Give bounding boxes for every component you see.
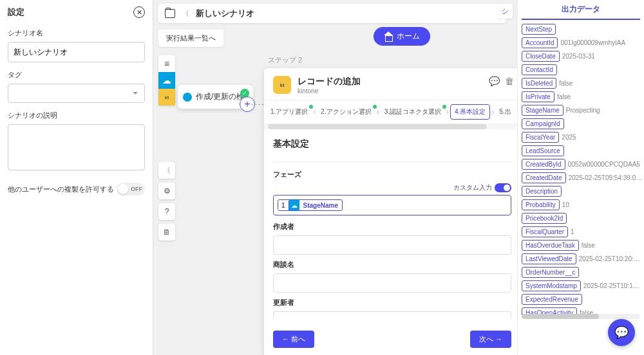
output-data-panel: 出力データ NextStepAccountId001Ig000009wmhyIA… bbox=[517, 0, 644, 355]
output-value: Prospecting bbox=[566, 107, 643, 114]
output-value: 2025-02-25T10:20:07.000+0 bbox=[579, 255, 643, 262]
output-row[interactable]: IsDeletedfalse bbox=[522, 77, 643, 90]
creator-input[interactable] bbox=[273, 235, 511, 255]
output-row[interactable]: FiscalQuarter1 bbox=[522, 225, 643, 239]
output-key: CreatedDate bbox=[522, 172, 566, 183]
tag-select[interactable] bbox=[8, 84, 145, 103]
output-value: 10 bbox=[562, 201, 643, 208]
output-row[interactable]: Description bbox=[522, 185, 643, 198]
output-row[interactable]: ContactId bbox=[522, 63, 643, 77]
output-value: 2025-02-25T10:16:34.000 bbox=[583, 282, 643, 289]
output-row[interactable]: Pricebook2Id bbox=[522, 212, 643, 225]
output-row[interactable]: ExpectedRevenue bbox=[522, 293, 643, 306]
tab-action-select[interactable]: 2.アクション選択 bbox=[317, 105, 375, 119]
doc-icon[interactable]: 🗎 bbox=[158, 224, 175, 241]
output-row[interactable]: CloseDate2025-03-31 bbox=[522, 50, 643, 63]
output-row[interactable]: CreatedDate2025-02-25T09:54:39.000+0000 bbox=[522, 171, 643, 185]
phase-input[interactable]: 1 ☁ StageName bbox=[273, 195, 511, 215]
section-title: 基本設定 bbox=[273, 138, 511, 150]
card-subtitle: kintone bbox=[298, 87, 361, 95]
output-key: FiscalYear bbox=[522, 132, 559, 143]
salesforce-pill-icon: ☁ bbox=[289, 200, 299, 210]
salesforce-badge-icon bbox=[183, 93, 192, 102]
output-row[interactable]: StageNameProspecting bbox=[522, 104, 643, 117]
salesforce-icon[interactable]: ☁ bbox=[158, 72, 175, 89]
results-link[interactable]: 実行結果一覧へ bbox=[158, 30, 223, 47]
output-key: Pricebook2Id bbox=[522, 213, 567, 224]
output-row[interactable]: LastViewedDate2025-02-25T10:20:07.000+0 bbox=[522, 252, 643, 266]
next-button[interactable]: 次へ → bbox=[470, 331, 511, 348]
output-key: HasOverdueTask bbox=[522, 240, 579, 251]
output-key: CloseDate bbox=[522, 51, 560, 62]
tool-rail: 〈 ⚙ ? 🗎 bbox=[158, 162, 175, 241]
truncated-button[interactable]: シ bbox=[498, 4, 513, 19]
output-value: 2025 bbox=[562, 134, 643, 141]
scenario-title: 新しいシナリオ bbox=[196, 8, 254, 19]
output-row[interactable]: HasOverdueTaskfalse bbox=[522, 239, 643, 252]
output-row[interactable]: LeadSource bbox=[522, 144, 643, 158]
output-data-list[interactable]: NextStepAccountId001Ig000009wmhyIAAClose… bbox=[518, 20, 644, 348]
output-row[interactable]: CampaignId bbox=[522, 117, 643, 131]
home-icon bbox=[384, 33, 393, 41]
output-row[interactable]: NextStep bbox=[522, 23, 643, 36]
output-row[interactable]: SystemModstamp2025-02-25T10:16:34.000 bbox=[522, 279, 643, 293]
output-key: IsDeleted bbox=[522, 78, 556, 89]
output-key: CampaignId bbox=[522, 118, 564, 129]
chat-fab-button[interactable]: 💬 bbox=[608, 319, 635, 346]
output-value: 1 bbox=[571, 228, 643, 235]
output-row[interactable]: OrderNumber__c bbox=[522, 266, 643, 279]
output-key: ContactId bbox=[522, 64, 557, 75]
horizontal-scrollbar[interactable] bbox=[264, 124, 520, 129]
updater-input[interactable] bbox=[273, 311, 511, 319]
output-row[interactable]: FiscalYear2025 bbox=[522, 131, 643, 144]
chat-bubble-icon: 💬 bbox=[614, 325, 629, 340]
creator-label: 作成者 bbox=[273, 222, 511, 232]
prev-button[interactable]: ← 前へ bbox=[273, 331, 314, 348]
custom-input-toggle[interactable] bbox=[495, 183, 511, 192]
kintone-badge-icon: kt bbox=[273, 76, 291, 94]
output-value: 0052w00000CPCQDAA5 bbox=[568, 161, 643, 168]
output-row[interactable]: IsPrivatefalse bbox=[522, 90, 643, 104]
tab-app-select[interactable]: 1.アプリ選択 bbox=[267, 105, 312, 119]
description-textarea[interactable] bbox=[8, 124, 145, 170]
output-key: CreatedById bbox=[522, 159, 565, 170]
output-row[interactable]: AccountId001Ig000009wmhyIAA bbox=[522, 36, 643, 50]
output-key: SystemModstamp bbox=[522, 280, 581, 291]
updater-label: 更新者 bbox=[273, 298, 511, 307]
chat-icon[interactable]: 💬 bbox=[489, 76, 500, 86]
stagename-pill[interactable]: 1 ☁ StageName bbox=[278, 199, 343, 211]
scenario-name-input[interactable] bbox=[8, 42, 145, 62]
output-value: false bbox=[559, 80, 643, 87]
help-icon[interactable]: ? bbox=[158, 203, 175, 220]
folder-icon[interactable] bbox=[165, 9, 175, 18]
kintone-icon[interactable]: kt bbox=[158, 89, 175, 105]
right-scrollbar[interactable] bbox=[522, 314, 640, 319]
scenario-name-label: シナリオ名 bbox=[8, 28, 145, 38]
chevron-left-icon[interactable]: 〈 bbox=[158, 162, 175, 179]
output-key: Probability bbox=[522, 199, 560, 210]
tab-output[interactable]: 5.出 bbox=[495, 105, 515, 119]
output-key: ExpectedRevenue bbox=[522, 294, 582, 305]
output-key: LeadSource bbox=[522, 145, 564, 156]
dealname-input[interactable] bbox=[273, 273, 511, 293]
settings-title: 設定 bbox=[8, 6, 24, 18]
tab-basic-settings[interactable]: 4.基本設定 bbox=[450, 104, 490, 120]
custom-input-label: カスタム入力 bbox=[453, 183, 492, 192]
output-row[interactable]: CreatedById0052w00000CPCQDAA5 bbox=[522, 158, 643, 171]
output-key: Description bbox=[522, 186, 562, 197]
tab-auth-select[interactable]: 3.認証コネクタ選択 bbox=[381, 105, 445, 119]
step-tabs: 1.アプリ選択 › 2.アクション選択 › 3.認証コネクタ選択 › 4.基本設… bbox=[264, 100, 520, 124]
list-icon[interactable]: ≡ bbox=[158, 55, 175, 72]
output-value: 2025-03-31 bbox=[562, 53, 643, 60]
home-button[interactable]: ホーム bbox=[374, 27, 430, 46]
gear-icon[interactable]: ⚙ bbox=[158, 183, 175, 199]
step2-card: ステップ 2 kt レコードの追加 kintone 💬 🗑 1.アプリ選択 › … bbox=[264, 68, 520, 355]
allow-copy-toggle[interactable]: OFF bbox=[117, 183, 145, 196]
back-caret-icon[interactable]: 〈 bbox=[182, 8, 189, 19]
output-row[interactable]: Probability10 bbox=[522, 198, 643, 212]
trash-icon[interactable]: 🗑 bbox=[505, 76, 514, 86]
output-value: false bbox=[582, 242, 643, 249]
close-icon[interactable]: ✕ bbox=[133, 6, 145, 18]
output-key: NextStep bbox=[522, 24, 556, 35]
phase-label: フェーズ bbox=[273, 170, 511, 179]
